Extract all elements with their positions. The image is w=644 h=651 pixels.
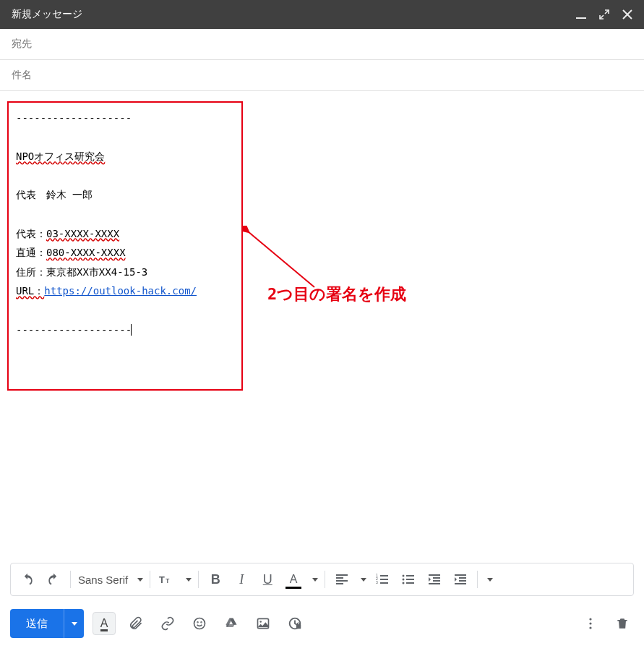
bold-button[interactable]: B	[203, 567, 228, 592]
separator	[150, 571, 150, 588]
send-button-group: 送信	[10, 609, 84, 638]
italic-button[interactable]: I	[229, 567, 254, 592]
header-controls	[576, 9, 632, 20]
svg-point-12	[201, 622, 202, 623]
svg-point-20	[589, 626, 591, 629]
send-more-button[interactable]	[64, 609, 84, 638]
svg-point-7	[403, 575, 405, 577]
align-button[interactable]	[330, 567, 354, 592]
separator	[70, 571, 71, 588]
tel-main-line: 代表：03-XXXX-XXXX	[16, 224, 234, 244]
svg-rect-21	[617, 620, 627, 621]
address-line: 住所：東京都XX市XX4-15-3	[16, 263, 234, 282]
formatting-options-button[interactable]: A	[93, 612, 116, 635]
underline-button[interactable]: U	[255, 567, 280, 592]
annotation-text: 2つ目の署名を作成	[267, 279, 406, 310]
align-caret[interactable]	[356, 567, 369, 592]
svg-text:3: 3	[376, 580, 378, 584]
svg-text:T: T	[166, 579, 169, 585]
svg-point-9	[403, 582, 405, 584]
org-line: NPOオフィス研究会	[16, 147, 234, 166]
format-toolbar: Sans Serif TT B I U A 123	[10, 563, 634, 596]
insert-link-button[interactable]	[156, 612, 179, 635]
discard-draft-button[interactable]	[611, 612, 634, 635]
confidential-mode-button[interactable]	[283, 612, 306, 635]
indent-more-button[interactable]	[448, 567, 473, 592]
url-line: URL：https://outlook-hack.com/	[16, 281, 234, 301]
signature-url-link[interactable]: https://outlook-hack.com/	[44, 285, 197, 297]
compose-title: 新規メッセージ	[12, 8, 576, 21]
send-button[interactable]: 送信	[10, 609, 64, 638]
separator	[198, 571, 199, 588]
expand-icon[interactable]	[599, 9, 609, 20]
close-icon[interactable]	[622, 9, 632, 20]
insert-drive-button[interactable]	[220, 612, 243, 635]
representative-line: 代表 鈴木 一郎	[16, 185, 234, 205]
font-family-select[interactable]: Sans Serif	[75, 567, 131, 592]
svg-point-10	[194, 618, 205, 629]
to-placeholder: 宛先	[12, 38, 32, 49]
insert-emoji-button[interactable]	[188, 612, 211, 635]
tel-direct-line: 直通：080-XXXX-XXXX	[16, 243, 234, 263]
message-body[interactable]: ------------------- NPOオフィス研究会 代表 鈴木 一郎 …	[0, 91, 644, 597]
text-color-caret[interactable]	[307, 567, 320, 592]
separator-top: -------------------	[16, 109, 234, 128]
font-family-caret[interactable]	[132, 567, 145, 592]
send-toolbar: 送信 A	[10, 606, 634, 641]
separator	[477, 571, 478, 588]
indent-less-button[interactable]	[422, 567, 447, 592]
svg-text:T: T	[159, 575, 165, 586]
svg-point-11	[197, 622, 198, 623]
svg-point-19	[589, 622, 591, 624]
svg-point-8	[403, 579, 405, 581]
text-color-button[interactable]: A	[281, 567, 306, 592]
svg-rect-17	[297, 623, 300, 626]
subject-field[interactable]: 件名	[0, 60, 644, 91]
to-field[interactable]: 宛先	[0, 29, 644, 60]
bulleted-list-button[interactable]	[396, 567, 421, 592]
separator	[325, 571, 325, 588]
font-size-button[interactable]: TT	[155, 567, 179, 592]
font-size-caret[interactable]	[181, 567, 194, 592]
numbered-list-button[interactable]: 123	[370, 567, 395, 592]
subject-placeholder: 件名	[12, 69, 32, 80]
svg-point-18	[589, 618, 591, 620]
more-formatting-caret[interactable]	[482, 567, 495, 592]
minimize-icon[interactable]	[576, 9, 586, 20]
attach-file-button[interactable]	[124, 612, 147, 635]
compose-header: 新規メッセージ	[0, 0, 644, 29]
redo-button[interactable]	[41, 567, 66, 592]
text-cursor	[131, 324, 132, 335]
signature-block: ------------------- NPOオフィス研究会 代表 鈴木 一郎 …	[7, 101, 243, 391]
separator-bottom: -------------------	[16, 320, 234, 340]
more-options-button[interactable]	[579, 612, 602, 635]
svg-rect-0	[576, 17, 586, 19]
insert-photo-button[interactable]	[252, 612, 275, 635]
undo-button[interactable]	[15, 567, 40, 592]
svg-point-14	[259, 621, 262, 623]
